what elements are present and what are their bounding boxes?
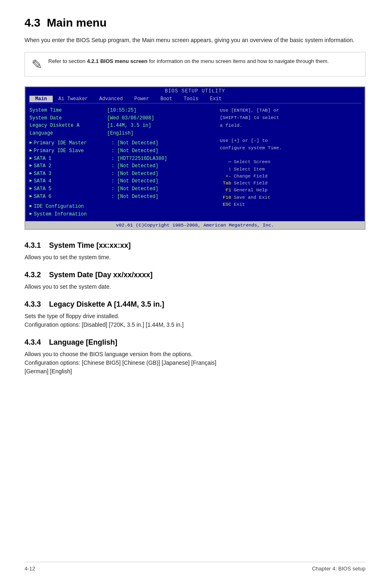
subsection-432-title: 4.3.2 System Date [Day xx/xx/xxxx] [25,271,365,279]
bios-body: System Time [10:55:25] System Date [Wed … [25,103,365,221]
sata3-label: SATA 3 [34,170,112,178]
subsection-431: 4.3.1 System Time [xx:xx:xx] Allows you … [25,241,365,262]
note-icon: ✎ [31,58,43,71]
sata6-label: SATA 6 [34,193,112,201]
bios-right-panel: Use [ENTER], [TAB] or [SHIFT-TAB] to sel… [217,107,361,218]
key-row-save-exit: F10 Save and Exit [220,194,361,201]
bios-menu-exit[interactable]: Exit [204,96,227,102]
sata4-label: SATA 4 [34,177,112,185]
bios-footer: v02.61 (C)Copyright 1985-2008, American … [25,221,365,229]
bios-menu-main[interactable]: Main [29,96,53,102]
legacy-diskette-value: [1.44M, 3.5 in] [107,122,151,130]
key-sym-tab: Tab [220,180,231,186]
ide-slave-row: ► Primary IDE Slave : [Not Detected] [29,147,213,155]
key-sym-plusminus: +- [220,173,231,180]
system-date-value: [Wed 03/06/2008] [107,114,154,122]
bios-menu-power[interactable]: Power [128,96,155,102]
sata2-value: [Not Detected] [117,162,159,170]
legacy-diskette-label: Legacy Diskette A [29,122,107,130]
key-desc-select-screen: Select Screen [234,158,271,165]
language-label: Language [29,130,107,137]
subsection-432: 4.3.2 System Date [Day xx/xx/xxxx] Allow… [25,271,365,291]
key-desc-general-help: General Help [234,186,268,193]
key-row-select-screen: ↔ Select Screen [220,158,361,165]
page-number: 4-12 [25,566,35,572]
key-desc-select-item: Select Item [234,166,265,173]
bios-menu-boot[interactable]: Boot [155,96,178,102]
bios-left-panel: System Time [10:55:25] System Date [Wed … [29,107,217,218]
sys-info-label: System Information [34,211,112,218]
key-sym-arrows: ↔ [220,158,231,165]
subsection-433: 4.3.3 Legacy Diskette A [1.44M, 3.5 in.]… [25,300,365,329]
ide-master-label: Primary IDE Master [34,139,112,147]
key-desc-select-field: Select Field [234,180,268,186]
key-sym-f1: F1 [220,186,231,193]
sata5-row: ► SATA 5 : [Not Detected] [29,185,213,193]
sata2-row: ► SATA 2 : [Not Detected] [29,162,213,170]
bios-menu-tools[interactable]: Tools [178,96,204,102]
key-sym-f10: F10 [220,194,231,201]
ide-slave-value: [Not Detected] [117,147,159,155]
ide-master-row: ► Primary IDE Master : [Not Detected] [29,139,213,147]
sata2-label: SATA 2 [34,162,112,170]
subsection-433-title: 4.3.3 Legacy Diskette A [1.44M, 3.5 in.] [25,300,365,309]
bios-help-text: Use [ENTER], [TAB] or [SHIFT-TAB] to sel… [220,107,361,152]
page-footer: 4-12 Chapter 4: BIOS setup [25,562,365,572]
subsection-433-text: Sets the type of floppy drive installed.… [25,312,365,329]
sata1-label: SATA 1 [34,155,112,163]
bios-menu-advanced[interactable]: Advanced [94,96,129,102]
subsection-434: 4.3.4 Language [English] Allows you to c… [25,338,365,376]
sata3-value: [Not Detected] [117,170,159,178]
key-desc-esc: Exit [234,201,245,208]
subsection-434-title: 4.3.4 Language [English] [25,338,365,347]
sata4-row: ► SATA 4 : [Not Detected] [29,177,213,185]
subsection-434-text: Allows you to choose the BIOS language v… [25,350,365,376]
sata6-value: [Not Detected] [117,193,159,201]
system-time-value: [10:55:25] [107,107,137,114]
subsection-431-title: 4.3.1 System Time [xx:xx:xx] [25,241,365,250]
ide-master-value: [Not Detected] [117,139,159,147]
sata1-value: [HDT722516DLA380] [117,155,167,163]
key-row-select-item: ↕ Select Item [220,166,361,173]
note-text: Refer to section 4.2.1 BIOS menu screen … [48,57,329,65]
language-value: [English] [107,130,134,137]
system-date-row: System Date [Wed 03/06/2008] [29,114,213,122]
key-desc-change-field: Change Field [234,173,268,180]
key-row-select-field: Tab Select Field [220,180,361,186]
ide-config-label: IDE Configuration [34,203,112,211]
sata5-value: [Not Detected] [117,185,159,193]
ide-config-row: ► IDE Configuration [29,203,213,211]
key-row-general-help: F1 General Help [220,186,361,193]
bios-menu-ai-tweaker[interactable]: Ai Tweaker [53,96,94,102]
section-title: 4.3 Main menu [25,16,365,29]
sata5-label: SATA 5 [34,185,112,193]
legacy-diskette-row: Legacy Diskette A [1.44M, 3.5 in] [29,122,213,130]
bios-screen: BIOS SETUP UTILITY Main Ai Tweaker Advan… [25,86,365,230]
key-desc-save-exit: Save and Exit [234,194,271,201]
ide-slave-label: Primary IDE Slave [34,147,112,155]
bios-menu-bar: Main Ai Tweaker Advanced Power Boot Tool… [25,95,365,103]
key-row-esc: ESC Exit [220,201,361,208]
sata6-row: ► SATA 6 : [Not Detected] [29,193,213,201]
bios-key-table: ↔ Select Screen ↕ Select Item +- Change … [220,158,361,208]
note-box: ✎ Refer to section 4.2.1 BIOS menu scree… [25,52,365,76]
system-time-label: System Time [29,107,107,114]
sata3-row: ► SATA 3 : [Not Detected] [29,170,213,178]
key-sym-esc: ESC [220,201,231,208]
system-date-label: System Date [29,114,107,122]
sys-info-row: ► System Information [29,211,213,218]
chapter-label: Chapter 4: BIOS setup [312,566,365,572]
key-sym-updown: ↕ [220,166,231,173]
sata4-value: [Not Detected] [117,177,159,185]
language-row: Language [English] [29,130,213,137]
subsection-432-text: Allows you to set the system date. [25,283,365,291]
key-row-change-field: +- Change Field [220,173,361,180]
intro-text: When you enter the BIOS Setup program, t… [25,36,365,45]
system-time-row: System Time [10:55:25] [29,107,213,114]
sata1-row: ► SATA 1 : [HDT722516DLA380] [29,155,213,163]
bios-title-bar: BIOS SETUP UTILITY [25,87,365,95]
subsection-431-text: Allows you to set the system time. [25,253,365,262]
